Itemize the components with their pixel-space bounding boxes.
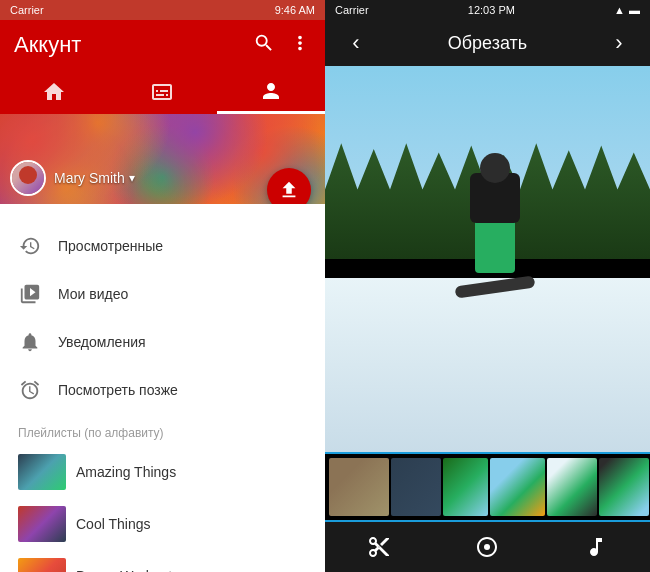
snowboarder-head	[480, 153, 510, 183]
timeline-scroll	[325, 458, 650, 516]
forward-button[interactable]: ›	[604, 30, 634, 56]
nav-tabs	[0, 70, 325, 114]
myvideos-icon	[18, 282, 42, 306]
avatar-image	[12, 162, 44, 194]
playlist-thumb-dance	[18, 558, 66, 572]
snowboarder-scene	[325, 66, 650, 452]
timeline-thumb-6	[599, 458, 649, 516]
playlist-thumb-amazing	[18, 454, 66, 490]
myvideos-label: Мои видео	[58, 286, 128, 302]
timeline-thumb-1	[329, 458, 389, 516]
playlist-item-dance[interactable]: Dance Workout	[0, 550, 325, 572]
status-icons-right: ▲ ▬	[614, 4, 640, 16]
profile-banner: Mary Smith	[0, 114, 325, 204]
menu-item-notifications[interactable]: Уведомления	[0, 318, 325, 366]
svg-point-0	[484, 544, 490, 550]
battery-icon-right: ▬	[629, 4, 640, 16]
video-preview	[325, 66, 650, 452]
tab-subscriptions[interactable]	[108, 70, 216, 114]
menu-item-history[interactable]: Просмотренные	[0, 222, 325, 270]
timeline-area[interactable]	[325, 452, 650, 522]
status-bar-right: Carrier 12:03 PM ▲ ▬	[325, 0, 650, 20]
menu-item-myvideos[interactable]: Мои видео	[0, 270, 325, 318]
menu-item-watchlater[interactable]: Посмотреть позже	[0, 366, 325, 414]
snowboarder-figure	[455, 163, 535, 303]
upload-button[interactable]	[267, 168, 311, 204]
timeline-thumb-5	[547, 458, 597, 516]
notifications-label: Уведомления	[58, 334, 146, 350]
profile-name[interactable]: Mary Smith	[54, 170, 135, 186]
snowboard	[455, 275, 536, 298]
playlist-label-amazing: Amazing Things	[76, 464, 176, 480]
top-bar-actions	[253, 32, 311, 58]
playlist-label-cool: Cool Things	[76, 516, 150, 532]
more-icon[interactable]	[289, 32, 311, 58]
carrier-right: Carrier	[335, 4, 369, 16]
carrier-left: Carrier	[10, 4, 44, 16]
snow-ground	[325, 278, 650, 452]
music-tool[interactable]	[576, 527, 616, 567]
editor-title: Обрезать	[448, 33, 527, 54]
playlist-item-cool[interactable]: Cool Things	[0, 498, 325, 550]
menu-list: Просмотренные Мои видео Уведомления Посм…	[0, 204, 325, 572]
status-bar-left: Carrier 9:46 AM	[0, 0, 325, 20]
editor-bottom-bar	[325, 522, 650, 572]
search-icon[interactable]	[253, 32, 275, 58]
timeline-thumb-4	[490, 458, 545, 516]
watchlater-icon	[18, 378, 42, 402]
playlist-label-dance: Dance Workout	[76, 568, 172, 572]
playlist-thumb-cool	[18, 506, 66, 542]
scissors-tool[interactable]	[359, 527, 399, 567]
top-bar-left: Аккунт	[0, 20, 325, 70]
time-left: 9:46 AM	[275, 4, 315, 16]
timeline-thumb-2	[391, 458, 441, 516]
notifications-icon	[18, 330, 42, 354]
tab-home[interactable]	[0, 70, 108, 114]
time-right: 12:03 PM	[468, 4, 515, 16]
editor-top-bar: ‹ Обрезать ›	[325, 20, 650, 66]
timeline-thumb-3	[443, 458, 488, 516]
playlist-item-amazing[interactable]: Amazing Things	[0, 446, 325, 498]
watchlater-label: Посмотреть позже	[58, 382, 178, 398]
left-panel: Carrier 9:46 AM Аккунт	[0, 0, 325, 572]
effects-tool[interactable]	[467, 527, 507, 567]
page-title: Аккунт	[14, 32, 81, 58]
profile-info: Mary Smith	[10, 160, 135, 196]
playlists-header: Плейлисты (по алфавиту)	[0, 414, 325, 446]
wifi-icon-right: ▲	[614, 4, 625, 16]
history-label: Просмотренные	[58, 238, 163, 254]
tab-account[interactable]	[217, 70, 325, 114]
back-button[interactable]: ‹	[341, 30, 371, 56]
history-icon	[18, 234, 42, 258]
right-panel: Carrier 12:03 PM ▲ ▬ ‹ Обрезать ›	[325, 0, 650, 572]
avatar[interactable]	[10, 160, 46, 196]
